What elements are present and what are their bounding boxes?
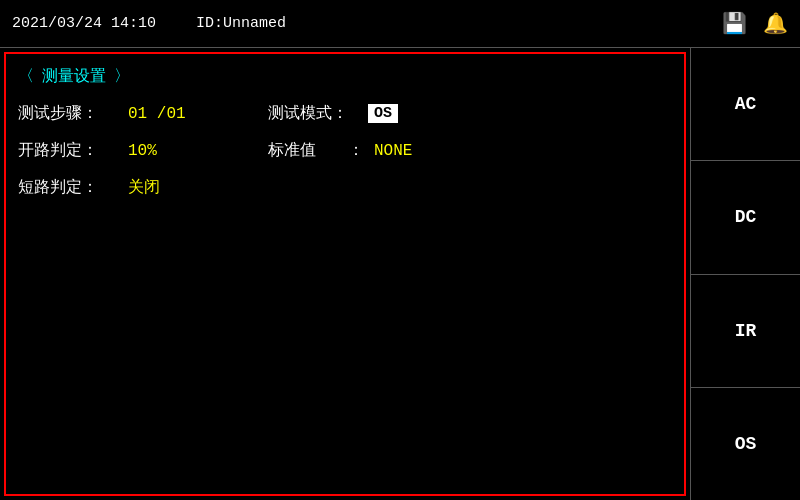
value-standard: NONE	[374, 142, 412, 160]
app: 2021/03/24 14:10 ID:Unnamed 💾 🔔 〈 测量设置 〉…	[0, 0, 800, 500]
section-header: 〈 测量设置 〉	[18, 66, 672, 87]
sidebar-btn-ac[interactable]: AC	[691, 48, 800, 161]
sidebar-btn-ir[interactable]: IR	[691, 275, 800, 388]
value-test-mode-badge: OS	[368, 104, 398, 123]
section-left-arrow[interactable]: 〈	[18, 66, 34, 87]
content-area: 〈 测量设置 〉 测试步骤： 01 /01 测试模式： OS 开路判定： 10%…	[4, 52, 686, 496]
row-short-circuit: 短路判定： 关闭	[18, 177, 672, 198]
save-icon[interactable]: 💾	[722, 11, 747, 36]
label-short-circuit: 短路判定：	[18, 177, 128, 198]
value-open-circuit: 10%	[128, 142, 248, 160]
label-standard-value: 标准值	[268, 140, 348, 161]
colon-standard: ：	[348, 140, 364, 161]
label-open-circuit: 开路判定：	[18, 140, 128, 161]
header-datetime: 2021/03/24 14:10	[12, 15, 156, 32]
sidebar-btn-dc[interactable]: DC	[691, 161, 800, 274]
sidebar-btn-os[interactable]: OS	[691, 388, 800, 500]
main: 〈 测量设置 〉 测试步骤： 01 /01 测试模式： OS 开路判定： 10%…	[0, 48, 800, 500]
header-icons: 💾 🔔	[722, 11, 788, 36]
header: 2021/03/24 14:10 ID:Unnamed 💾 🔔	[0, 0, 800, 48]
label-test-steps: 测试步骤：	[18, 103, 128, 124]
section-title: 测量设置	[42, 66, 106, 87]
value-test-steps: 01 /01	[128, 105, 248, 123]
bell-icon[interactable]: 🔔	[763, 11, 788, 36]
value-short-circuit: 关闭	[128, 177, 248, 198]
row-open-circuit: 开路判定： 10% 标准值 ： NONE	[18, 140, 672, 161]
sidebar: AC DC IR OS	[690, 48, 800, 500]
header-id: ID:Unnamed	[196, 15, 722, 32]
section-right-arrow[interactable]: 〉	[114, 66, 130, 87]
row-test-steps: 测试步骤： 01 /01 测试模式： OS	[18, 103, 672, 124]
label-test-mode: 测试模式：	[268, 103, 368, 124]
